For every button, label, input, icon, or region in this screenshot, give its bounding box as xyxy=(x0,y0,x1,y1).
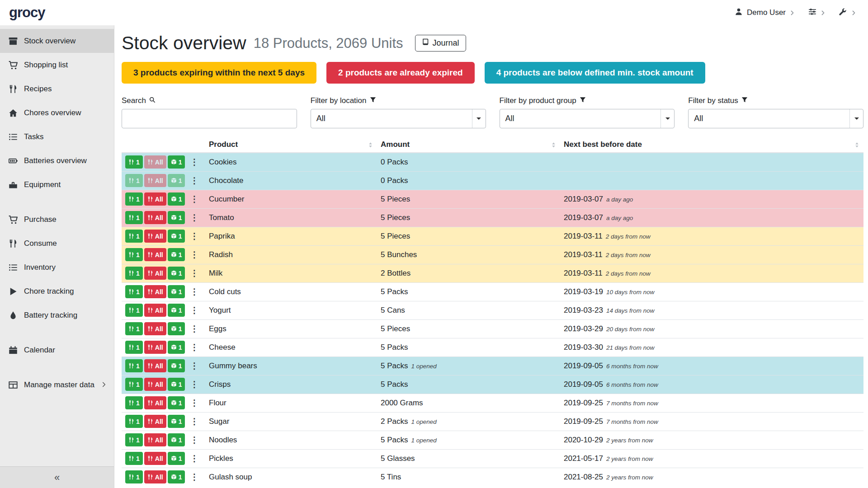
consume-one-button[interactable]: 1 xyxy=(125,470,143,483)
row-menu-button[interactable]: ⋮ xyxy=(190,398,195,408)
consume-one-button[interactable]: 1 xyxy=(125,304,143,317)
expiring-alert[interactable]: 3 products expiring within the next 5 da… xyxy=(122,62,316,84)
open-one-button[interactable]: 1 xyxy=(168,341,185,354)
row-menu-button[interactable]: ⋮ xyxy=(190,212,195,223)
row-menu-button[interactable]: ⋮ xyxy=(190,157,195,167)
open-one-button[interactable]: 1 xyxy=(168,230,185,243)
sidebar-item-chore-tracking[interactable]: Chore tracking xyxy=(0,279,114,303)
open-one-button[interactable]: 1 xyxy=(168,211,185,224)
consume-one-button[interactable]: 1 xyxy=(125,415,143,428)
consume-all-button[interactable]: All xyxy=(144,378,166,391)
consume-all-button[interactable]: All xyxy=(144,304,166,317)
sidebar-item-equipment[interactable]: Equipment xyxy=(0,173,114,197)
row-menu-button[interactable]: ⋮ xyxy=(190,305,195,315)
sidebar-item-shopping-list[interactable]: Shopping list xyxy=(0,53,114,77)
consume-all-button[interactable]: All xyxy=(144,192,166,206)
consume-one-button[interactable]: 1 xyxy=(125,192,143,206)
consume-all-button[interactable]: All xyxy=(144,285,166,298)
row-menu-button[interactable]: ⋮ xyxy=(190,472,195,482)
amount-column-header[interactable]: Amount xyxy=(377,138,560,153)
consume-all-button[interactable]: All xyxy=(144,433,166,446)
row-menu-button[interactable]: ⋮ xyxy=(190,286,195,297)
open-one-button[interactable]: 1 xyxy=(168,433,185,446)
open-one-button[interactable]: 1 xyxy=(168,192,185,206)
consume-one-button[interactable]: 1 xyxy=(125,433,143,446)
consume-one-button[interactable]: 1 xyxy=(125,341,143,354)
grocy-logo[interactable]: grocy xyxy=(9,5,45,21)
open-one-button[interactable]: 1 xyxy=(168,452,185,465)
consume-all-button[interactable]: All xyxy=(144,248,166,261)
consume-one-button[interactable]: 1 xyxy=(125,359,143,372)
best-before-column-header[interactable]: Next best before date xyxy=(560,138,863,153)
consume-one-button[interactable]: 1 xyxy=(125,378,143,391)
row-menu-button[interactable]: ⋮ xyxy=(190,453,195,464)
sidebar-item-calendar[interactable]: Calendar xyxy=(0,338,114,362)
product-column-header[interactable]: Product xyxy=(205,138,377,153)
row-menu-button[interactable]: ⋮ xyxy=(190,435,195,445)
open-one-button[interactable]: 1 xyxy=(168,304,185,317)
sort-icon[interactable] xyxy=(368,141,373,148)
consume-all-button[interactable]: All xyxy=(144,359,166,372)
open-one-button[interactable]: 1 xyxy=(168,285,185,298)
consume-one-button[interactable]: 1 xyxy=(125,285,143,298)
consume-all-button[interactable]: All xyxy=(144,415,166,428)
open-one-button[interactable]: 1 xyxy=(168,396,185,409)
row-menu-button[interactable]: ⋮ xyxy=(190,324,195,334)
row-menu-button[interactable]: ⋮ xyxy=(190,231,195,241)
consume-one-button[interactable]: 1 xyxy=(125,452,143,465)
sidebar-item-inventory[interactable]: Inventory xyxy=(0,255,114,279)
location-select[interactable]: All xyxy=(311,109,486,128)
row-menu-button[interactable]: ⋮ xyxy=(190,194,195,204)
consume-one-button[interactable]: 1 xyxy=(125,174,143,187)
sidebar-item-stock-overview[interactable]: Stock overview xyxy=(0,29,114,53)
open-one-button[interactable]: 1 xyxy=(168,248,185,261)
consume-one-button[interactable]: 1 xyxy=(125,322,143,335)
consume-all-button[interactable]: All xyxy=(144,396,166,409)
consume-all-button[interactable]: All xyxy=(144,267,166,280)
sidebar-item-purchase[interactable]: Purchase xyxy=(0,207,114,231)
open-one-button[interactable]: 1 xyxy=(168,378,185,391)
sort-icon[interactable] xyxy=(854,141,860,148)
consume-one-button[interactable]: 1 xyxy=(125,248,143,261)
open-one-button[interactable]: 1 xyxy=(168,155,185,169)
consume-one-button[interactable]: 1 xyxy=(125,396,143,409)
consume-all-button[interactable]: All xyxy=(144,230,166,243)
expired-alert[interactable]: 2 products are already expired xyxy=(326,62,475,84)
below-min-stock-alert[interactable]: 4 products are below defined min. stock … xyxy=(485,62,705,84)
consume-one-button[interactable]: 1 xyxy=(125,211,143,224)
row-menu-button[interactable]: ⋮ xyxy=(190,361,195,371)
row-menu-button[interactable]: ⋮ xyxy=(190,268,195,278)
open-one-button[interactable]: 1 xyxy=(168,322,185,335)
product-group-select[interactable]: All xyxy=(500,109,675,128)
open-one-button[interactable]: 1 xyxy=(168,470,185,483)
sidebar-item-batteries-overview[interactable]: Batteries overview xyxy=(0,149,114,173)
sidebar-collapse-button[interactable]: « xyxy=(0,466,114,488)
consume-one-button[interactable]: 1 xyxy=(125,230,143,243)
consume-one-button[interactable]: 1 xyxy=(125,155,143,169)
sidebar-item-chores-overview[interactable]: Chores overview xyxy=(0,101,114,125)
settings-menu[interactable] xyxy=(808,8,826,18)
consume-all-button[interactable]: All xyxy=(144,452,166,465)
status-select[interactable]: All xyxy=(688,109,863,128)
open-one-button[interactable]: 1 xyxy=(168,267,185,280)
consume-one-button[interactable]: 1 xyxy=(125,267,143,280)
sidebar-item-recipes[interactable]: Recipes xyxy=(0,77,114,101)
consume-all-button[interactable]: All xyxy=(144,211,166,224)
open-one-button[interactable]: 1 xyxy=(168,415,185,428)
sidebar-item-tasks[interactable]: Tasks xyxy=(0,125,114,149)
sidebar-item-battery-tracking[interactable]: Battery tracking xyxy=(0,303,114,327)
journal-button[interactable]: Journal xyxy=(415,35,466,52)
consume-all-button[interactable]: All xyxy=(144,174,166,187)
row-menu-button[interactable]: ⋮ xyxy=(190,342,195,352)
row-menu-button[interactable]: ⋮ xyxy=(190,379,195,389)
sidebar-item-consume[interactable]: Consume xyxy=(0,231,114,255)
consume-all-button[interactable]: All xyxy=(144,322,166,335)
row-menu-button[interactable]: ⋮ xyxy=(190,416,195,427)
row-menu-button[interactable]: ⋮ xyxy=(190,249,195,260)
sort-icon[interactable] xyxy=(551,141,557,148)
open-one-button[interactable]: 1 xyxy=(168,174,185,187)
search-input[interactable] xyxy=(122,109,297,128)
consume-all-button[interactable]: All xyxy=(144,470,166,483)
sidebar-item-manage-master-data[interactable]: Manage master data xyxy=(0,373,114,397)
row-menu-button[interactable]: ⋮ xyxy=(190,175,195,186)
